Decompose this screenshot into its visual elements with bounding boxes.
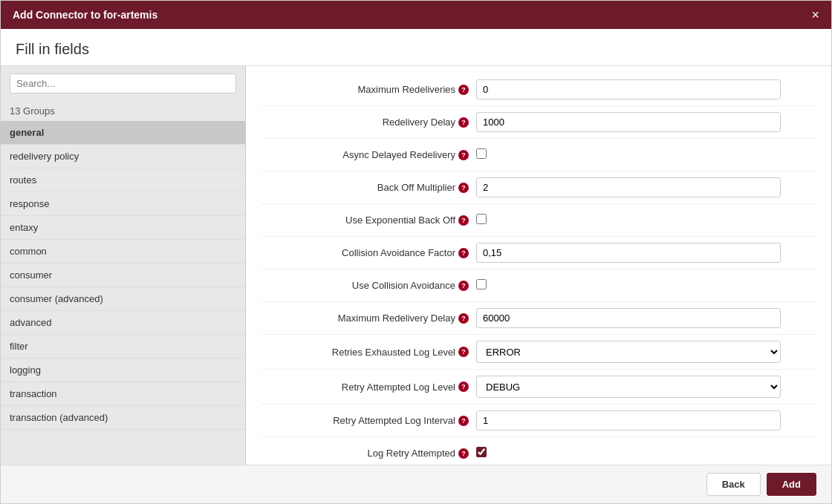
label-async-delayed-redelivery: Async Delayed Redelivery? [261,149,476,160]
modal-container: Add Connector to for-artemis × Fill in f… [0,0,832,504]
sidebar-item-routes[interactable]: routes [1,168,245,192]
form-row-use-exponential-back-off: Use Exponential Back Off? [261,204,816,237]
label-redelivery-delay: Redelivery Delay? [261,117,476,128]
field-retries-exhausted-log-level: ERRORWARNINFODEBUGOFF [476,341,816,363]
label-retries-exhausted-log-level: Retries Exhausted Log Level? [261,347,476,358]
sidebar-item-common[interactable]: common [1,240,245,264]
checkbox-async-delayed-redelivery[interactable] [476,148,487,159]
field-collision-avoidance-factor [476,243,816,263]
label-retry-attempted-log-level: Retry Attempted Log Level? [261,382,476,393]
help-icon-redelivery-delay[interactable]: ? [458,117,469,128]
input-maximum-redeliveries[interactable] [476,79,781,99]
input-redelivery-delay[interactable] [476,112,781,132]
help-icon-retry-attempted-log-interval[interactable]: ? [458,416,469,426]
input-retry-attempted-log-interval[interactable] [476,410,781,431]
help-icon-maximum-redeliveries[interactable]: ? [458,85,469,95]
help-icon-maximum-redelivery-delay[interactable]: ? [458,313,469,324]
sidebar-item-general[interactable]: general [1,121,245,145]
help-icon-use-collision-avoidance[interactable]: ? [458,281,469,291]
label-retry-attempted-log-interval: Retry Attempted Log Interval? [261,415,476,426]
input-maximum-redelivery-delay[interactable] [476,308,781,328]
help-icon-log-retry-attempted[interactable]: ? [458,448,469,459]
help-icon-collision-avoidance-factor[interactable]: ? [458,248,469,258]
form-row-log-retry-attempted: Log Retry Attempted? [261,437,816,465]
field-back-off-multiplier [476,177,816,197]
help-icon-use-exponential-back-off[interactable]: ? [458,215,469,226]
sidebar-item-transaction-advanced[interactable]: transaction (advanced) [1,406,245,430]
sidebar: 13 Groups generalredelivery policyroutes… [1,66,246,465]
sidebar-item-logging[interactable]: logging [1,359,245,382]
label-back-off-multiplier: Back Off Multiplier? [261,182,476,193]
input-back-off-multiplier[interactable] [476,177,781,197]
help-icon-async-delayed-redelivery[interactable]: ? [458,150,469,160]
checkbox-log-retry-attempted[interactable] [476,447,487,457]
sidebar-nav: generalredelivery policyroutesresponseen… [1,121,245,465]
form-row-retries-exhausted-log-level: Retries Exhausted Log Level?ERRORWARNINF… [261,335,816,370]
modal-title: Add Connector to for-artemis [13,9,157,21]
form-row-back-off-multiplier: Back Off Multiplier? [261,171,816,204]
groups-header: 13 Groups [1,101,245,121]
sidebar-item-response[interactable]: response [1,192,245,216]
title-section: Fill in fields [1,29,831,66]
form-row-maximum-redelivery-delay: Maximum Redelivery Delay? [261,302,816,335]
checkbox-use-exponential-back-off[interactable] [476,214,487,224]
form-row-retry-attempted-log-interval: Retry Attempted Log Interval? [261,405,816,437]
label-log-retry-attempted: Log Retry Attempted? [261,448,476,459]
modal-footer: Back Add [1,465,831,503]
form-row-async-delayed-redelivery: Async Delayed Redelivery? [261,139,816,171]
field-use-collision-avoidance [476,279,816,292]
sidebar-item-redelivery-policy[interactable]: redelivery policy [1,145,245,168]
select-retry-attempted-log-level[interactable]: DEBUGINFOWARNERROROFF [476,376,781,398]
help-icon-retries-exhausted-log-level[interactable]: ? [458,347,469,357]
search-container [1,66,245,101]
form-row-use-collision-avoidance: Use Collision Avoidance? [261,269,816,302]
label-use-exponential-back-off: Use Exponential Back Off? [261,215,476,226]
sidebar-item-consumer[interactable]: consumer [1,264,245,287]
close-button[interactable]: × [811,8,819,22]
search-input[interactable] [10,73,236,94]
field-log-retry-attempted [476,447,816,459]
help-icon-retry-attempted-log-level[interactable]: ? [458,382,469,392]
input-collision-avoidance-factor[interactable] [476,243,781,263]
back-button[interactable]: Back [706,473,761,496]
field-redelivery-delay [476,112,816,132]
field-retry-attempted-log-interval [476,410,816,431]
label-maximum-redeliveries: Maximum Redeliveries? [261,84,476,95]
select-retries-exhausted-log-level[interactable]: ERRORWARNINFODEBUGOFF [476,341,781,363]
form-row-collision-avoidance-factor: Collision Avoidance Factor? [261,237,816,269]
checkbox-use-collision-avoidance[interactable] [476,279,487,289]
sidebar-item-filter[interactable]: filter [1,335,245,359]
modal-body: 13 Groups generalredelivery policyroutes… [1,66,831,465]
field-maximum-redeliveries [476,79,816,99]
sidebar-item-consumer-advanced[interactable]: consumer (advanced) [1,287,245,311]
label-collision-avoidance-factor: Collision Avoidance Factor? [261,247,476,258]
field-async-delayed-redelivery [476,148,816,161]
add-button[interactable]: Add [767,473,816,496]
label-maximum-redelivery-delay: Maximum Redelivery Delay? [261,312,476,324]
field-retry-attempted-log-level: DEBUGINFOWARNERROROFF [476,376,816,398]
form-row-redelivery-delay: Redelivery Delay? [261,106,816,139]
sidebar-item-entaxy[interactable]: entaxy [1,216,245,240]
form-row-retry-attempted-log-level: Retry Attempted Log Level?DEBUGINFOWARNE… [261,370,816,405]
help-icon-back-off-multiplier[interactable]: ? [458,183,469,193]
form-row-maximum-redeliveries: Maximum Redeliveries? [261,73,816,106]
label-use-collision-avoidance: Use Collision Avoidance? [261,280,476,291]
main-content[interactable]: Maximum Redeliveries?Redelivery Delay?As… [246,66,831,465]
field-maximum-redelivery-delay [476,308,816,328]
modal-header: Add Connector to for-artemis × [1,1,831,29]
sidebar-item-advanced[interactable]: advanced [1,311,245,335]
field-use-exponential-back-off [476,214,816,226]
page-title: Fill in fields [16,41,816,58]
sidebar-item-transaction[interactable]: transaction [1,382,245,406]
